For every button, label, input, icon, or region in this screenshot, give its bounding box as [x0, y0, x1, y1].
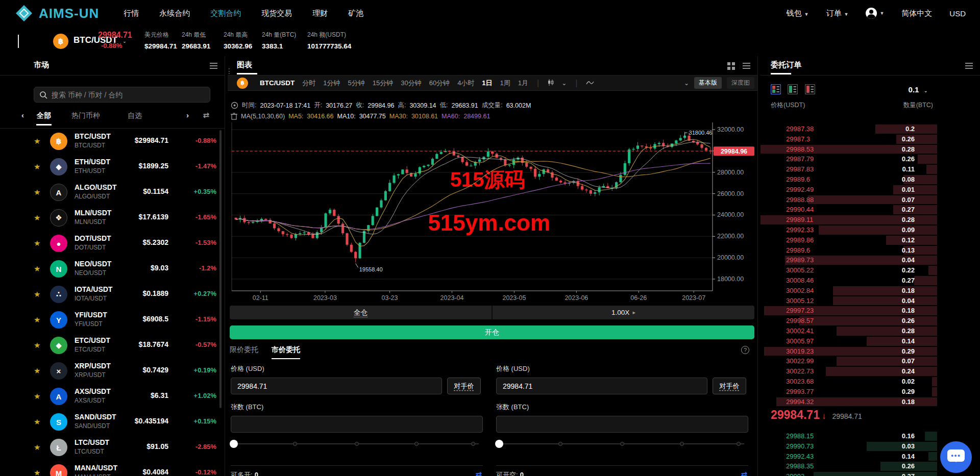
- orders-menu[interactable]: 订单▼: [826, 9, 848, 18]
- ask-row[interactable]: 30019.230.29: [761, 346, 937, 357]
- favorite-star-icon[interactable]: ★: [34, 264, 40, 273]
- coin-row[interactable]: ★◆ETH/USDTETH/USDT$1899.25-1.47%: [0, 154, 225, 180]
- coin-row[interactable]: ★◆ETC/USDTETC/USDT$18.7674-0.57%: [0, 333, 225, 358]
- nav-item-5[interactable]: 矿池: [348, 9, 363, 18]
- ask-row[interactable]: 29987.380.2: [761, 124, 937, 134]
- precision-selector[interactable]: 0.1 ⌄: [909, 85, 928, 94]
- timeframe-1周[interactable]: 1周: [500, 79, 510, 88]
- transfer-icon[interactable]: ⇄: [475, 470, 482, 476]
- favorite-star-icon[interactable]: ★: [34, 137, 40, 146]
- currency-selector[interactable]: USD: [949, 9, 966, 18]
- bid-row[interactable]: 29990.730.03: [761, 441, 937, 452]
- sidebar-scrollbar[interactable]: [219, 130, 222, 408]
- coin-row[interactable]: ★●DOT/USDTDOT/USDT$5.2302-1.53%: [0, 231, 225, 256]
- ask-row[interactable]: 29990.440.27: [761, 205, 937, 215]
- nav-item-4[interactable]: 理财: [312, 9, 328, 18]
- long-price-input[interactable]: [231, 378, 442, 394]
- account-menu[interactable]: ▼: [866, 8, 884, 19]
- favorite-star-icon[interactable]: ★: [34, 213, 40, 222]
- market-menu-icon[interactable]: [210, 63, 217, 70]
- favorite-star-icon[interactable]: ★: [34, 341, 40, 350]
- brand-logo[interactable]: AIMS-UN: [15, 5, 99, 22]
- view-bids-icon[interactable]: [788, 84, 798, 96]
- wallet-menu[interactable]: 钱包▼: [787, 9, 809, 18]
- ask-row[interactable]: 30023.680.02: [761, 377, 937, 387]
- favorite-star-icon[interactable]: ★: [34, 290, 40, 299]
- ask-row[interactable]: 29998.570.26: [761, 316, 937, 326]
- view-depth-button[interactable]: 深度图: [727, 77, 754, 89]
- coin-row[interactable]: ★YYFI/USDTYFI/USDT$6908.5-1.15%: [0, 307, 225, 333]
- ask-row[interactable]: 30005.970.14: [761, 336, 937, 346]
- candlestick-chart[interactable]: 32000.0030000.0028000.0026000.0024000.00…: [228, 122, 757, 306]
- short-qty-input[interactable]: [496, 416, 748, 433]
- coin-row[interactable]: ★AALGO/USDTALGO/USDT$0.1154+0.35%: [0, 180, 225, 205]
- ask-row[interactable]: 30002.840.18: [761, 286, 937, 296]
- favorite-star-icon[interactable]: ★: [34, 162, 40, 171]
- timeframe-分时[interactable]: 分时: [302, 79, 315, 88]
- order-tab-1[interactable]: 市价委托: [272, 345, 300, 359]
- ask-row[interactable]: 29989.110.28: [761, 215, 937, 225]
- chevron-down-icon[interactable]: ⌄: [684, 80, 689, 87]
- ask-row[interactable]: 29989.730.04: [761, 255, 937, 265]
- ask-row[interactable]: 30022.990.07: [761, 356, 937, 366]
- coin-row[interactable]: ★❖MLN/USDTMLN/USDT$17.6139-1.65%: [0, 205, 225, 231]
- favorite-star-icon[interactable]: ★: [34, 392, 40, 401]
- ask-row[interactable]: 29989.60.13: [761, 245, 937, 256]
- trash-icon[interactable]: [231, 112, 237, 120]
- ask-row[interactable]: 30002.410.28: [761, 326, 937, 336]
- market-tab-1[interactable]: 热门币种: [71, 111, 100, 120]
- refresh-icon[interactable]: ⇄: [203, 111, 209, 120]
- ask-row[interactable]: 30005.120.04: [761, 296, 937, 306]
- coin-row[interactable]: ★×XRP/USDTXRP/USDT$0.7429+0.19%: [0, 358, 225, 384]
- coin-row[interactable]: ★฿BTC/USDTBTC/USDT$29984.71-0.88%: [0, 129, 225, 154]
- nav-item-1[interactable]: 永续合约: [159, 9, 190, 18]
- ask-row[interactable]: 29997.230.18: [761, 306, 937, 316]
- coin-row[interactable]: ★∴IOTA/USDTIOTA/USDT$0.1889+0.27%: [0, 282, 225, 307]
- ask-row[interactable]: 29988.880.07: [761, 195, 937, 205]
- coin-row[interactable]: ★SSAND/USDTSAND/USDT$0.435194+0.15%: [0, 409, 225, 435]
- ask-row[interactable]: 29992.490.01: [761, 185, 937, 195]
- timeframe-1月[interactable]: 1月: [518, 79, 528, 88]
- chat-support-button[interactable]: •••: [940, 441, 972, 473]
- ask-row[interactable]: 29987.830.11: [761, 164, 937, 174]
- long-qty-slider[interactable]: [231, 440, 479, 448]
- ask-row[interactable]: 29987.30.26: [761, 134, 937, 144]
- favorite-star-icon[interactable]: ★: [34, 239, 40, 248]
- timeframe-1日[interactable]: 1日: [482, 79, 492, 88]
- timeframe-1分钟[interactable]: 1分钟: [323, 79, 340, 88]
- ask-row[interactable]: 30008.460.27: [761, 275, 937, 286]
- ask-row[interactable]: 29992.330.09: [761, 225, 937, 235]
- ask-row[interactable]: 30022.730.24: [761, 366, 937, 377]
- coin-row[interactable]: ★ŁLTC/USDTLTC/USDT$91.05-2.85%: [0, 435, 225, 460]
- favorite-star-icon[interactable]: ★: [34, 315, 40, 324]
- leverage-selector[interactable]: 1.00X▸: [493, 306, 754, 319]
- bid-row[interactable]: 29992.430.14: [761, 452, 937, 462]
- ask-row[interactable]: 29987.790.26: [761, 154, 937, 164]
- counter-price-button[interactable]: 对手价: [447, 378, 481, 394]
- timeframe-4小时[interactable]: 4小时: [457, 79, 474, 88]
- timeframe-30分钟[interactable]: 30分钟: [401, 79, 421, 88]
- favorite-star-icon[interactable]: ★: [34, 366, 40, 375]
- ask-row[interactable]: 29988.530.28: [761, 144, 937, 155]
- candle-style-icon[interactable]: [548, 79, 554, 87]
- long-qty-input[interactable]: [231, 416, 483, 433]
- chevron-down-icon[interactable]: ⌄: [561, 80, 567, 87]
- ask-row[interactable]: 29993.770.29: [761, 387, 937, 397]
- timeframe-5分钟[interactable]: 5分钟: [348, 79, 364, 88]
- ask-row[interactable]: 29989.60.08: [761, 174, 937, 185]
- ask-row[interactable]: 29989.860.12: [761, 235, 937, 245]
- open-position-button[interactable]: 开仓: [230, 325, 754, 339]
- view-basic-button[interactable]: 基本版: [694, 77, 722, 89]
- short-price-input[interactable]: [496, 378, 707, 394]
- eye-icon[interactable]: [231, 102, 238, 109]
- ask-row[interactable]: 29994.320.18: [761, 397, 937, 407]
- tabs-scroll-right-icon[interactable]: ›: [186, 111, 189, 119]
- timeframe-60分钟[interactable]: 60分钟: [429, 79, 450, 88]
- view-asks-icon[interactable]: [805, 84, 815, 96]
- coin-row[interactable]: ★NNEO/USDTNEO/USDT$9.03-1.2%: [0, 256, 225, 282]
- counter-price-button[interactable]: 对手价: [713, 378, 746, 394]
- coin-row[interactable]: ★AAXS/USDTAXS/USDT$6.31+1.02%: [0, 384, 225, 409]
- language-selector[interactable]: 简体中文: [901, 9, 932, 18]
- bid-row[interactable]: 299920.27: [761, 471, 937, 476]
- chart-menu-icon[interactable]: [743, 63, 750, 70]
